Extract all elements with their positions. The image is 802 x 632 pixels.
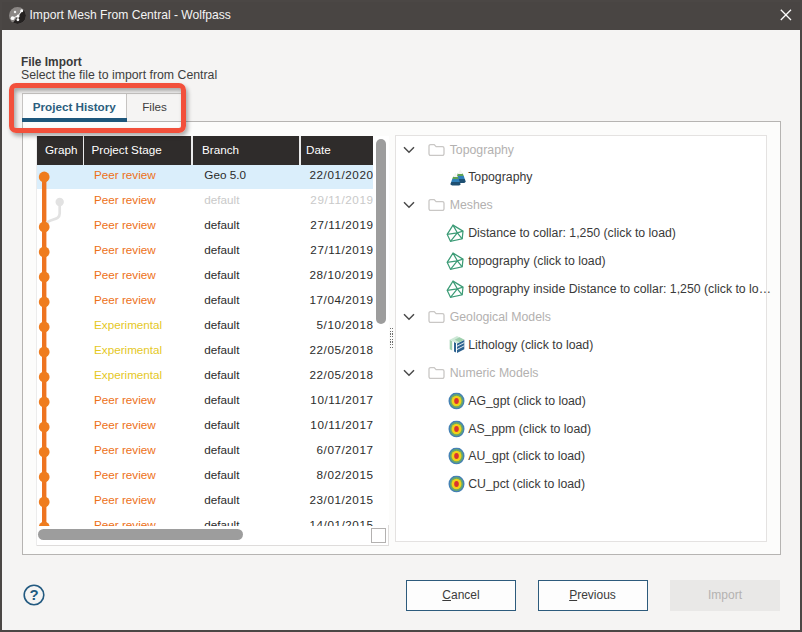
svg-text:?: ? [29, 586, 38, 603]
